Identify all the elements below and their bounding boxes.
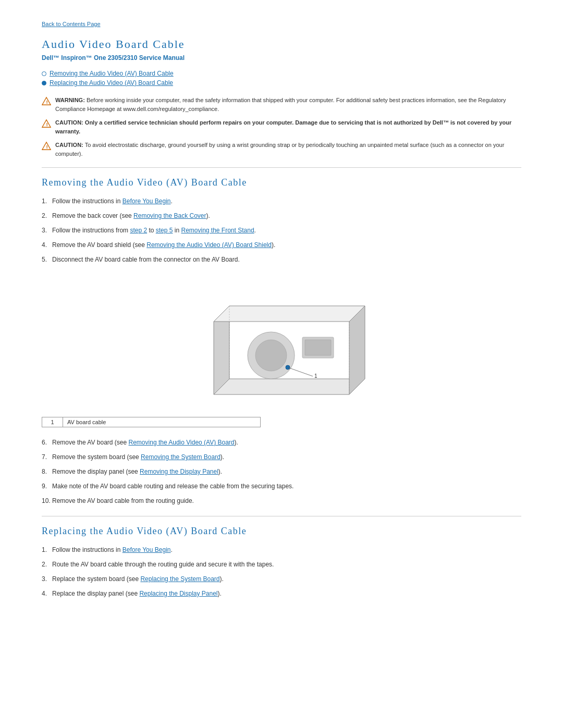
av-board-diagram: 1 [42,275,521,406]
removing-av-board-shield-link[interactable]: Removing the Audio Video (AV) Board Shie… [146,241,272,249]
removing-step-5: 5. Disconnect the AV board cable from th… [42,255,521,264]
nav-links: Removing the Audio Video (AV) Board Cabl… [42,70,521,87]
svg-text:!: ! [46,121,48,127]
replacing-step-3: 3. Replace the system board (see Replaci… [42,574,521,584]
caution1-icon: ! [42,119,51,128]
svg-line-15 [288,367,313,376]
svg-point-11 [255,340,287,371]
removing-step-2: 2. Remove the back cover (see Removing t… [42,211,521,220]
warning-text: WARNING: Before working inside your comp… [55,96,521,113]
removing-step-6: 6. Remove the AV board (see Removing the… [42,438,521,447]
divider-1 [42,167,521,168]
back-to-contents-link[interactable]: Back to Contents Page [42,21,521,27]
removing-link[interactable]: Removing the Audio Video (AV) Board Cabl… [50,70,174,77]
replacing-step-4: 4. Replace the display panel (see Replac… [42,589,521,598]
subtitle: Dell™ Inspiron™ One 2305/2310 Service Ma… [42,54,521,61]
removing-step-4: 4. Remove the AV board shield (see Remov… [42,240,521,250]
warning-box: ! WARNING: Before working inside your co… [42,96,521,113]
removing-av-board-link[interactable]: Removing the Audio Video (AV) Board [129,439,235,446]
legend-row-1: 1 AV board cable [42,417,261,427]
nav-link-replacing[interactable]: Replacing the Audio Video (AV) Board Cab… [42,79,521,87]
replacing-link[interactable]: Replacing the Audio Video (AV) Board Cab… [50,79,173,87]
step5-link[interactable]: step 5 [156,227,173,234]
svg-text:!: ! [46,99,48,105]
replacing-step-1: 1. Follow the instructions in Before You… [42,545,521,554]
removing-step-10: 10. Remove the AV board cable from the r… [42,496,521,505]
removing-display-panel-link[interactable]: Removing the Display Panel [140,468,218,475]
replacing-system-board-link[interactable]: Replacing the System Board [140,575,219,583]
replacing-step-2: 2. Route the AV board cable through the … [42,560,521,569]
bullet-icon-2 [42,81,46,85]
svg-marker-6 [214,379,365,394]
nav-link-removing[interactable]: Removing the Audio Video (AV) Board Cabl… [42,70,521,77]
before-you-begin-link-2[interactable]: Before You Begin [123,546,171,553]
bullet-icon-1 [42,71,46,76]
replacing-steps-list: 1. Follow the instructions in Before You… [42,545,521,598]
svg-rect-13 [305,340,331,355]
step2-link[interactable]: step 2 [130,227,147,234]
caution2-icon: ! [42,141,51,151]
caution1-text: CAUTION: Only a certified service techni… [55,118,521,135]
svg-text:!: ! [46,144,48,150]
removing-step-7: 7. Remove the system board (see Removing… [42,452,521,462]
caution2-box: ! CAUTION: To avoid electrostatic discha… [42,141,521,158]
page-title: Audio Video Board Cable [42,38,521,51]
svg-marker-8 [214,306,365,322]
divider-2 [42,516,521,516]
replacing-display-panel-link[interactable]: Replacing the Display Panel [139,590,217,597]
removing-section-title: Removing the Audio Video (AV) Board Cabl… [42,177,521,188]
legend-label: AV board cable [63,417,261,427]
removing-step-1: 1. Follow the instructions in Before You… [42,196,521,206]
caution2-text: CAUTION: To avoid electrostatic discharg… [55,141,521,158]
caution1-box: ! CAUTION: Only a certified service tech… [42,118,521,135]
before-you-begin-link-1[interactable]: Before You Begin [123,198,171,205]
replacing-section-title: Replacing the Audio Video (AV) Board Cab… [42,526,521,537]
removing-step-9: 9. Make note of the AV board cable routi… [42,482,521,491]
removing-system-board-link[interactable]: Removing the System Board [141,453,221,461]
removing-steps-list: 1. Follow the instructions in Before You… [42,196,521,264]
removing-steps-list-continued: 6. Remove the AV board (see Removing the… [42,438,521,505]
warning-icon: ! [42,96,51,106]
removing-front-stand-link[interactable]: Removing the Front Stand [181,227,254,234]
legend-table: 1 AV board cable [42,417,261,427]
legend-num: 1 [42,417,63,427]
diagram-svg: 1 [188,275,375,405]
removing-step-3: 3. Follow the instructions from step 2 t… [42,226,521,235]
svg-marker-9 [349,306,365,394]
removing-back-cover-link[interactable]: Removing the Back Cover [133,212,206,219]
removing-step-8: 8. Remove the display panel (see Removin… [42,467,521,476]
svg-text:1: 1 [314,373,317,379]
